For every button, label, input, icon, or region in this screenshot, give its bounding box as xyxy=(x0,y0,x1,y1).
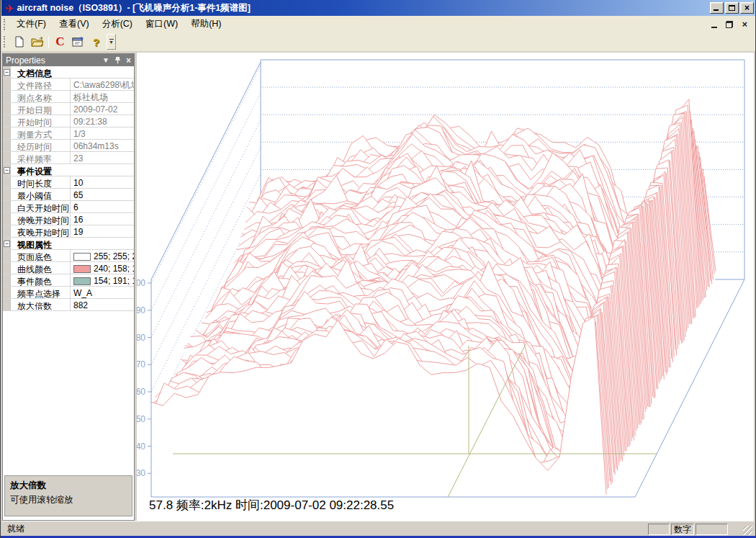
status-bar: 就绪 数字 xyxy=(2,521,754,536)
close-button[interactable]: × xyxy=(740,2,754,14)
row-gutter xyxy=(3,225,11,237)
property-label: 经历时间 xyxy=(11,140,71,151)
toolbar-grip[interactable] xyxy=(4,36,7,48)
property-value[interactable]: 65 xyxy=(71,189,134,200)
row-gutter xyxy=(3,79,11,90)
property-value-text: 240; 158; 158 xyxy=(94,264,134,274)
color-swatch[interactable] xyxy=(73,277,91,285)
property-value-text: 19 xyxy=(73,227,83,237)
row-gutter xyxy=(3,274,11,286)
maximize-icon xyxy=(729,5,735,11)
property-value[interactable]: 栎社机场 xyxy=(71,91,134,102)
property-value[interactable]: 6 xyxy=(71,201,134,212)
title-bar[interactable]: ✈ aircraft noise（ISO3891）- [飞机噪声分析1-事件1频… xyxy=(1,0,756,16)
section-header[interactable]: −事件设置 xyxy=(3,164,134,176)
calibrate-button[interactable]: C xyxy=(51,34,69,50)
property-value-text: 06h34m13s xyxy=(73,141,119,151)
description-title: 放大倍数 xyxy=(10,480,127,492)
menubar-grip[interactable] xyxy=(4,19,7,30)
property-row[interactable]: 开始日期2009-07-02 xyxy=(3,103,134,115)
toolbar-overflow-button[interactable]: ▼ xyxy=(107,34,116,50)
property-row[interactable]: 曲线颜色240; 158; 158 xyxy=(3,262,134,274)
section-header[interactable]: −文档信息 xyxy=(3,66,134,79)
property-value[interactable]: 255; 255; 255 xyxy=(71,250,134,261)
collapse-icon[interactable]: − xyxy=(4,167,10,174)
property-value[interactable]: 16 xyxy=(71,213,134,225)
chevron-down-icon[interactable]: ▼ xyxy=(102,56,109,64)
menu-file[interactable]: 文件(F) xyxy=(10,16,53,32)
property-row[interactable]: 事件颜色154; 191; 183 xyxy=(3,274,134,287)
property-row[interactable]: 最小阈值65 xyxy=(3,189,134,201)
property-row[interactable]: 白天开始时间6 xyxy=(3,201,134,213)
menu-help[interactable]: 帮助(H) xyxy=(184,16,228,32)
menu-view[interactable]: 查看(V) xyxy=(53,16,96,32)
menu-analyze[interactable]: 分析(C) xyxy=(96,16,139,32)
minimize-button[interactable] xyxy=(710,2,724,14)
property-label: 曲线颜色 xyxy=(11,262,71,274)
property-label: 测点名称 xyxy=(11,91,71,102)
properties-title: Properties xyxy=(6,55,45,66)
property-value[interactable]: 23 xyxy=(71,152,134,163)
resize-grip[interactable] xyxy=(743,526,752,535)
property-value-text: 154; 191; 183 xyxy=(94,276,134,286)
help-button[interactable]: ? xyxy=(87,34,105,50)
color-swatch[interactable] xyxy=(73,265,91,273)
property-value-text: 2009-07-02 xyxy=(73,104,117,115)
waterfall-chart[interactable]: 10090807060504030 xyxy=(137,53,752,520)
color-swatch[interactable] xyxy=(73,253,91,261)
property-value[interactable]: 240; 158; 158 xyxy=(71,262,134,274)
new-file-button[interactable] xyxy=(10,34,28,50)
menu-window[interactable]: 窗口(W) xyxy=(139,16,184,32)
property-row[interactable]: 文件路径C:\awa6298\机场 xyxy=(3,79,134,91)
properties-header[interactable]: Properties ▼ × xyxy=(3,54,134,66)
property-value[interactable]: 882 xyxy=(71,299,134,310)
property-row[interactable]: 开始时间09:21:38 xyxy=(3,115,134,127)
property-value[interactable]: 1/3 xyxy=(71,127,134,139)
property-row[interactable]: 测点名称栎社机场 xyxy=(3,91,134,103)
property-row[interactable]: 频率点选择W_A xyxy=(3,287,134,299)
property-row[interactable]: 傍晚开始时间16 xyxy=(3,213,134,225)
section-header[interactable]: −视图属性 xyxy=(3,238,134,250)
property-value[interactable]: C:\awa6298\机场 xyxy=(71,79,134,90)
properties-button[interactable] xyxy=(69,34,87,50)
open-file-button[interactable] xyxy=(28,34,46,50)
property-row[interactable]: 页面底色255; 255; 255 xyxy=(3,250,134,262)
property-value[interactable]: 09:21:38 xyxy=(71,115,134,127)
property-value-text: 10 xyxy=(73,178,83,188)
calibrate-c-icon: C xyxy=(55,35,64,49)
property-value[interactable]: 10 xyxy=(71,176,134,188)
mdi-close-icon[interactable]: × xyxy=(742,20,747,29)
section-title: 视图属性 xyxy=(11,238,52,249)
pin-icon[interactable] xyxy=(114,56,121,64)
close-icon: × xyxy=(744,4,750,12)
toolbar: C ? ▼ xyxy=(1,32,756,52)
property-label: 傍晚开始时间 xyxy=(11,213,71,225)
property-value[interactable]: 2009-07-02 xyxy=(71,103,134,115)
property-row[interactable]: 放大倍数882 xyxy=(3,299,134,311)
svg-text:30: 30 xyxy=(137,468,145,478)
property-value[interactable]: 06h34m13s xyxy=(71,140,134,151)
property-value-text: 6 xyxy=(73,202,78,212)
svg-text:100: 100 xyxy=(137,278,145,288)
property-label: 采样频率 xyxy=(11,152,71,163)
row-gutter xyxy=(3,213,11,225)
section-title: 文档信息 xyxy=(11,66,52,78)
property-row[interactable]: 测量方式1/3 xyxy=(3,127,134,140)
property-value[interactable]: 19 xyxy=(71,225,134,237)
maximize-button[interactable] xyxy=(725,2,739,14)
property-row[interactable]: 夜晚开始时间19 xyxy=(3,225,134,238)
collapse-icon[interactable]: − xyxy=(4,69,10,76)
mdi-restore-icon[interactable] xyxy=(726,21,733,28)
row-gutter xyxy=(3,115,11,127)
collapse-icon[interactable]: − xyxy=(4,241,10,247)
property-value[interactable]: W_A xyxy=(71,287,134,298)
property-description: 放大倍数 可使用滚轮缩放 xyxy=(4,475,132,516)
property-row[interactable]: 时间长度10 xyxy=(3,176,134,189)
property-label: 频率点选择 xyxy=(11,287,71,298)
property-value[interactable]: 154; 191; 183 xyxy=(71,274,134,286)
property-row[interactable]: 采样频率23 xyxy=(3,152,134,164)
property-row[interactable]: 经历时间06h34m13s xyxy=(3,140,134,152)
caption-buttons: × xyxy=(710,2,754,14)
mdi-minimize-icon[interactable] xyxy=(711,27,717,28)
close-icon[interactable]: × xyxy=(126,55,131,66)
